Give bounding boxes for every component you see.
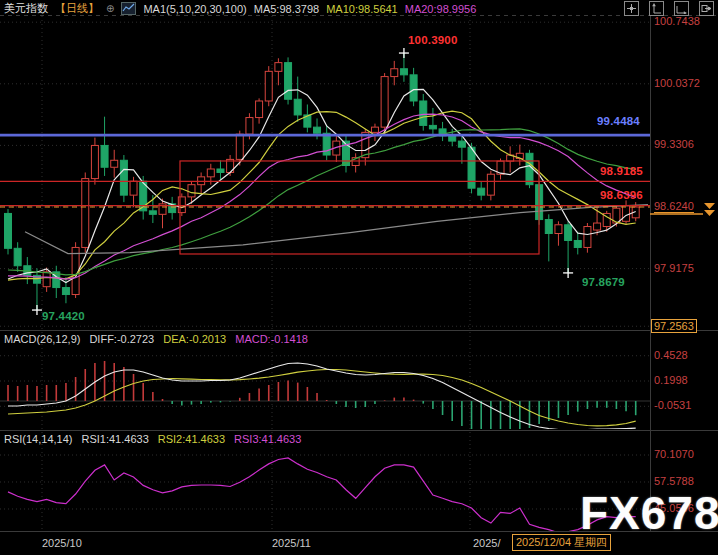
rsi-panel[interactable]: [8, 458, 636, 533]
scale-x-axis-icon[interactable]: [674, 1, 689, 16]
x-axis-label[interactable]: 2025/: [473, 537, 501, 549]
price-annotation: 99.4484: [597, 115, 640, 127]
x-axis-label[interactable]: 2025/11: [272, 537, 311, 549]
chart-type-icon[interactable]: [121, 2, 136, 15]
macd-panel[interactable]: [0, 361, 650, 433]
watermark: FX678: [580, 490, 718, 536]
detach-window-icon[interactable]: [699, 1, 714, 16]
y-axis-label[interactable]: 100.0372: [654, 77, 700, 89]
rsi2-value: RSI2:41.4633: [158, 433, 225, 447]
macd-value: MACD:-0.1418: [235, 333, 308, 347]
price-annotation: 98.6396: [600, 189, 643, 201]
price-annotation: 97.4420: [42, 310, 85, 322]
macd-diff-value: DIFF:-0.2723: [89, 333, 154, 347]
pan-move-icon[interactable]: [624, 1, 639, 16]
y-axis-label[interactable]: 0.1998: [654, 374, 688, 386]
price-annotation: 97.8679: [582, 276, 625, 288]
y-axis-label[interactable]: 100.7438: [654, 15, 700, 27]
add-indicator-icon[interactable]: ⊕: [106, 3, 114, 14]
ma-params-label: MA1(5,10,20,30,100): [143, 3, 246, 15]
price-annotation: 98.9185: [600, 165, 643, 177]
y-axis-label[interactable]: 98.6240: [654, 200, 694, 213]
rsi-header: RSI(14,14,14) RSI1:41.4633 RSI2:41.4633 …: [4, 433, 301, 447]
ma20-value: MA20:98.9956: [405, 3, 477, 15]
ma10-value: MA10:98.5641: [326, 3, 398, 15]
y-axis-label[interactable]: 0.4528: [654, 349, 688, 361]
price-annotation: 100.3900: [408, 34, 458, 46]
chart-header: 美元指数 【日线】 ⊕ MA1(5,10,20,30,100) MA5:98.3…: [0, 0, 718, 16]
rsi-params-label: RSI(14,14,14): [4, 433, 72, 447]
y-axis-label[interactable]: 57.5788: [654, 475, 694, 487]
macd-header: MACD(26,12,9) DIFF:-0.2723 DEA:-0.2013 M…: [4, 333, 308, 347]
y-axis-label[interactable]: -0.0531: [654, 399, 691, 411]
y-axis-label[interactable]: 97.9175: [654, 262, 694, 274]
y-axis-label[interactable]: 99.3306: [654, 138, 694, 150]
scale-y-axis-icon[interactable]: [649, 1, 664, 16]
period-label[interactable]: 【日线】: [55, 1, 99, 16]
x-axis-label[interactable]: 2025/10: [42, 537, 82, 549]
y-axis-label[interactable]: 70.1070: [654, 448, 694, 460]
ma5-value: MA5:98.3798: [254, 3, 319, 15]
rsi1-value: RSI1:41.4633: [81, 433, 148, 447]
macd-params-label: MACD(26,12,9): [4, 333, 80, 347]
macd-dea-value: DEA:-0.2013: [163, 333, 226, 347]
symbol-name: 美元指数: [4, 1, 48, 16]
y-axis-label[interactable]: 97.2563: [651, 319, 697, 333]
rsi3-value: RSI3:41.4633: [234, 433, 301, 447]
chart-window: 美元指数 【日线】 ⊕ MA1(5,10,20,30,100) MA5:98.3…: [0, 0, 718, 555]
